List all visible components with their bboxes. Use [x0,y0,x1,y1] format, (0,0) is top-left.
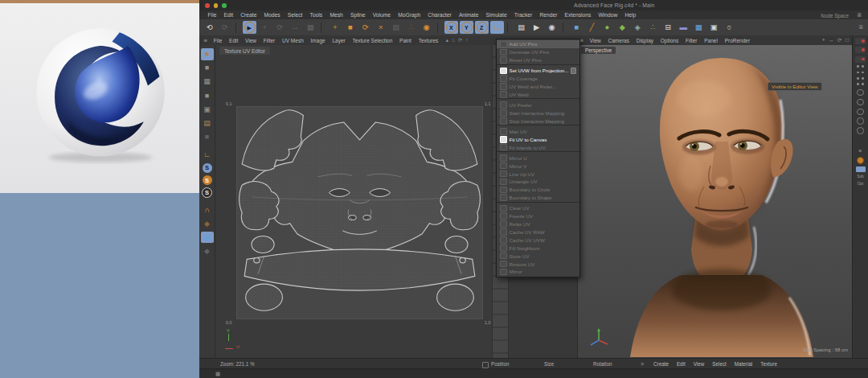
menubar-item[interactable]: Tools [306,12,326,18]
live-selection-icon[interactable]: ▶ [243,21,257,34]
scale-tool-ghost-icon[interactable]: ↔ [289,21,303,34]
layer-dots-icon[interactable] [856,65,866,68]
bottom-menu-item[interactable]: Edit [673,361,690,367]
selection-tag-icon[interactable] [856,166,866,172]
viewport-menu-item[interactable]: Panel [701,38,721,43]
grid-toggle-icon[interactable]: ▦ [215,371,220,377]
menubar-item[interactable]: Create [237,12,260,18]
menubar-item[interactable]: Render [536,12,561,18]
visibility-dot-icon[interactable] [857,127,864,134]
menu-item-restore-uv[interactable]: Restore UV [497,260,579,268]
toolbar-separator[interactable] [563,23,567,33]
viewport-menu-item[interactable]: Display [633,38,657,43]
uv-poly-icon[interactable]: ◆ [201,245,214,257]
uv-editor-tab[interactable]: Texture UV Editor [219,47,270,55]
undo-icon[interactable]: ⟲ [203,21,217,34]
tool-history-icon[interactable]: ▦ [304,21,318,34]
maximize-view-icon[interactable]: □ [845,37,849,43]
layer-dots-icon[interactable] [856,83,866,86]
bottom-menu-icon[interactable]: ≡ [641,361,644,367]
workplane-mode-icon[interactable]: ■ [201,89,214,101]
uv-menu-item[interactable]: Textures [415,38,441,43]
gizmo-icon[interactable]: ◉ [420,21,434,34]
node-space-label[interactable]: Node Space [821,13,849,18]
menu-item-uv-weld[interactable]: UV Weld [497,91,579,100]
render-settings-icon[interactable]: ◉ [545,21,559,34]
menubar-item[interactable]: Extensions [561,12,595,18]
menu-item-store-uv[interactable]: Store UV [497,252,579,260]
layer-dots-icon[interactable] [856,77,866,80]
uv-canvas[interactable] [237,107,482,318]
menu-item-reset-uv-pins[interactable]: Reset UV Pins [497,56,579,65]
menu-item-untangle-uv[interactable]: Untangle UV [497,178,579,186]
viewport-menu-item[interactable]: Cameras [604,38,633,43]
figure-icon[interactable]: ◆ [616,21,630,34]
tag-list-icon[interactable]: ≡ [859,148,862,154]
menu-item-line-up-uv[interactable]: Line Up UV [497,170,579,178]
workplane-icon[interactable]: ▤ [389,21,403,34]
move-icon[interactable]: + [328,21,342,34]
object-icon[interactable] [855,38,866,44]
menu-item-stop-interactive-mapping[interactable]: Stop Interactive Mapping [497,117,579,125]
uv-menu-item[interactable]: Image [307,38,329,43]
camera-icon[interactable]: ▣ [707,21,722,34]
menu-item-cache-uv-raw[interactable]: Cache UV RAW [497,228,579,236]
visibility-dot-icon[interactable] [857,117,864,125]
x-axis-button[interactable]: X [444,21,459,34]
sync-icon[interactable]: ⟳ [458,37,462,43]
uv-menu-item[interactable]: Edit [226,38,242,43]
bottom-menu-item[interactable]: Material [731,361,756,367]
menu-item-mirror[interactable]: Mirror [497,268,579,276]
redo-icon[interactable]: ⟳ [218,21,232,34]
bottom-menu-item[interactable]: Select [708,361,731,367]
menu-item-boundary-to-shape[interactable]: Boundary to Shape [497,194,579,203]
viewport-menu-item[interactable]: Filter [682,38,701,43]
object-icon[interactable] [855,47,866,53]
menu-item-clear-uv[interactable]: Clear UV [497,204,579,212]
visibility-dot-icon[interactable] [857,99,864,106]
spline-pen-icon[interactable]: ╱ [585,21,600,34]
object-icon[interactable] [855,56,866,63]
menubar-item[interactable]: Select [284,12,306,18]
move-tool-ghost-icon[interactable]: + [258,21,272,34]
node-space-icon[interactable]: ≣ [857,12,862,18]
perspective-viewport[interactable]: Perspective Visible in Editor View Grid … [577,45,853,358]
toolbar-separator[interactable] [437,23,441,33]
menu-item-fit-islands-to-uv[interactable]: Fit Islands to UV [497,143,579,152]
uv-menu-item[interactable]: Filter [260,38,278,43]
toolbar-separator[interactable] [235,23,240,33]
uv-mesh-grid-icon[interactable]: ▦ [201,232,214,244]
menubar-item[interactable]: Simulate [482,12,510,18]
simulate-icon[interactable]: ▬ [677,21,691,34]
minimize-window-button[interactable] [214,3,219,8]
pin-icon[interactable]: ↑ [465,37,468,43]
cloth-icon[interactable]: ▦ [692,21,706,34]
menu-item-freeze-uv[interactable]: Freeze UV [497,212,579,220]
coords-box-icon[interactable] [482,362,489,368]
add-cube-icon[interactable]: ■ [570,21,584,34]
material-tag-icon[interactable] [857,157,864,164]
axis-mode-icon[interactable]: ∟ [201,149,214,161]
menu-item-add-uv-pins[interactable]: Add UV Pins [497,40,579,48]
viewport-menu-item[interactable]: View [586,38,604,43]
edges-mode-icon[interactable]: ▤ [201,117,214,129]
uv-menu-item[interactable]: Layer [329,38,349,43]
uv-menu-item[interactable]: UV Mesh [279,38,308,43]
uv-panel-menu-icon[interactable]: ≡ [201,37,210,44]
texture-mode-icon[interactable]: ▦ [201,76,214,88]
size-field-label[interactable]: Size [544,361,554,367]
model-mode-icon[interactable]: ■ [201,62,214,74]
uv-menu-item[interactable]: Texture Selection [349,38,396,43]
menubar-item[interactable]: Character [424,12,456,18]
character-icon[interactable]: ● [600,21,615,34]
uv-menu-item[interactable]: View [242,38,260,43]
zoom-window-button[interactable] [222,3,227,8]
menubar-item[interactable]: MoGraph [395,12,424,18]
light-icon[interactable]: ○ [723,21,737,34]
polygons-mode-icon[interactable]: ■ [201,131,214,143]
zoom-view-icon[interactable]: ↔ [829,37,834,43]
axis-lock-icon[interactable]: × [374,21,388,34]
bottom-menu-item[interactable]: Create [649,361,673,367]
menu-item-uv-peeler[interactable]: UV Peeler [497,101,579,109]
volume-icon[interactable]: ◈ [631,21,645,34]
